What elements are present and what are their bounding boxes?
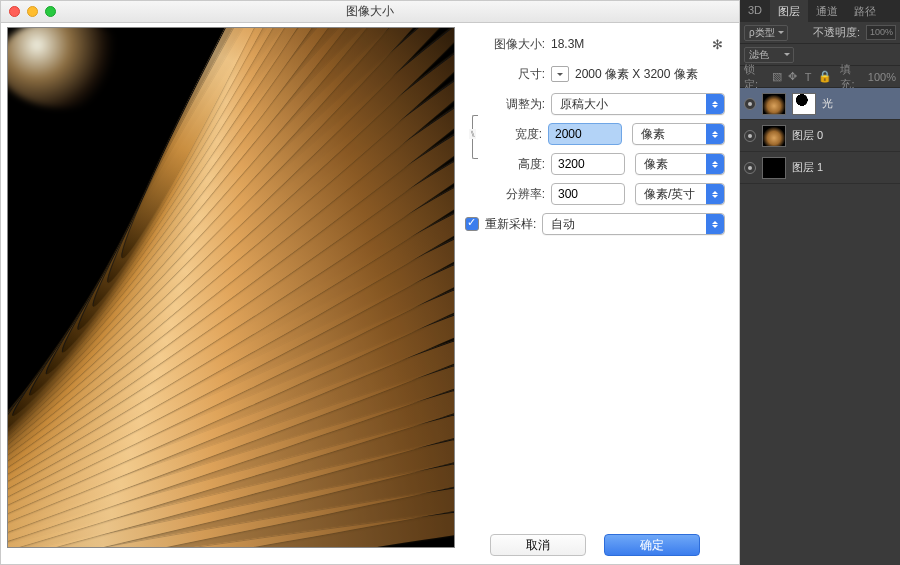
fit-label: 调整为: [465, 96, 545, 113]
layers-panel: 3D图层通道路径 ρ 类型 不透明度: 100% 滤色 锁定: ▧ ✥ T 🔒 … [740, 0, 900, 565]
filter-kind-popup[interactable]: ρ 类型 [744, 25, 788, 41]
ok-button[interactable]: 确定 [604, 534, 700, 556]
layer-row[interactable]: 光 [740, 88, 900, 120]
visibility-icon[interactable] [744, 162, 756, 174]
layer-name: 图层 1 [792, 160, 823, 175]
dim-value: 2000 像素 X 3200 像素 [575, 66, 698, 83]
gear-icon[interactable]: ✻ [712, 38, 725, 51]
visibility-icon[interactable] [744, 130, 756, 142]
layers-list: 光图层 0图层 1 [740, 88, 900, 565]
tab-3D[interactable]: 3D [740, 0, 770, 22]
resample-popup[interactable]: 自动 [542, 213, 725, 235]
res-label: 分辨率: [465, 186, 545, 203]
width-input[interactable] [548, 123, 622, 145]
mask-thumb[interactable] [792, 93, 816, 115]
res-input[interactable] [551, 183, 625, 205]
layer-row[interactable]: 图层 1 [740, 152, 900, 184]
dim-unit-popup[interactable] [551, 66, 569, 82]
lock-all-icon[interactable]: 🔒 [818, 70, 830, 83]
panel-tabs: 3D图层通道路径 [740, 0, 900, 22]
resample-check-input[interactable] [465, 217, 479, 231]
fit-popup[interactable]: 原稿大小 [551, 93, 725, 115]
layer-name: 光 [822, 96, 833, 111]
size-label: 图像大小: [465, 36, 545, 53]
resample-checkbox[interactable]: 重新采样: [465, 216, 536, 233]
tab-路径[interactable]: 路径 [846, 0, 884, 22]
form-area: 图像大小: 18.3M ✻ 尺寸: 2000 像素 X 3200 像素 调整为:… [455, 23, 739, 564]
preview-area[interactable] [7, 27, 455, 548]
layer-name: 图层 0 [792, 128, 823, 143]
lock-label: 锁定: [744, 62, 766, 92]
tab-通道[interactable]: 通道 [808, 0, 846, 22]
image-size-dialog: 图像大小 图像大小: 18.3M ✻ 尺寸: 2000 像素 X 3200 像素 [0, 0, 740, 565]
layer-row[interactable]: 图层 0 [740, 120, 900, 152]
constrain-link-icon[interactable]: ⑊ [465, 129, 479, 139]
tab-图层[interactable]: 图层 [770, 0, 808, 22]
opacity-label: 不透明度: [813, 25, 860, 40]
res-unit-popup[interactable]: 像素/英寸 [635, 183, 725, 205]
size-value: 18.3M [551, 37, 584, 51]
visibility-icon[interactable] [744, 98, 756, 110]
titlebar[interactable]: 图像大小 [1, 1, 739, 23]
lock-type-icon[interactable]: T [803, 71, 814, 83]
opacity-value[interactable]: 100% [866, 25, 896, 40]
resample-label: 重新采样: [485, 216, 536, 233]
layer-thumb[interactable] [762, 157, 786, 179]
layer-thumb[interactable] [762, 125, 786, 147]
fill-value[interactable]: 100% [868, 71, 896, 83]
height-unit-popup[interactable]: 像素 [635, 153, 725, 175]
height-input[interactable] [551, 153, 625, 175]
width-label: 宽度: [476, 126, 542, 143]
dim-label: 尺寸: [465, 66, 545, 83]
lock-pixels-icon[interactable]: ▧ [771, 70, 782, 83]
fill-label: 填充: [840, 62, 862, 92]
width-unit-popup[interactable]: 像素 [632, 123, 725, 145]
lock-position-icon[interactable]: ✥ [787, 70, 798, 83]
height-label: 高度: [479, 156, 545, 173]
blend-mode-popup[interactable]: 滤色 [744, 47, 794, 63]
cancel-button[interactable]: 取消 [490, 534, 586, 556]
layer-thumb[interactable] [762, 93, 786, 115]
dialog-title: 图像大小 [1, 3, 739, 20]
